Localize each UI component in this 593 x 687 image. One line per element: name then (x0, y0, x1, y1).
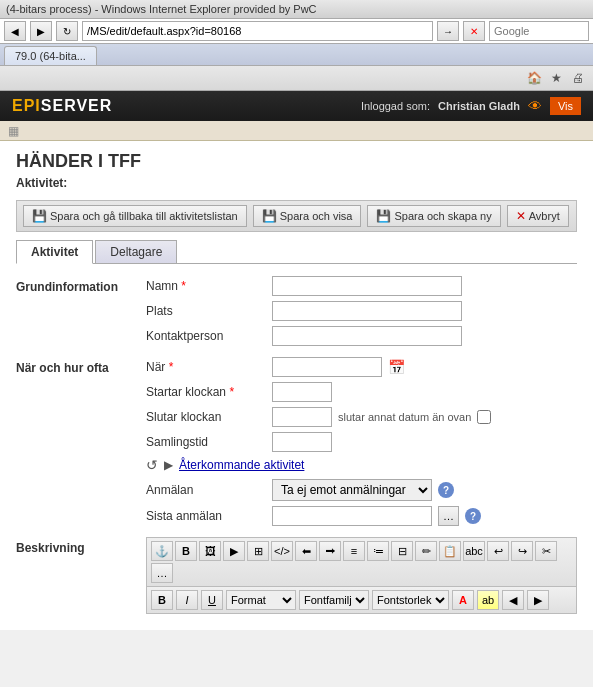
stop-button[interactable]: ✕ (463, 21, 485, 41)
save-back-icon: 💾 (32, 209, 47, 223)
ed-btn-cut[interactable]: ✂ (535, 541, 557, 561)
underline-button[interactable]: U (201, 590, 223, 610)
fontfamilj-select[interactable]: Fontfamilj (299, 590, 369, 610)
ed-btn-redo[interactable]: ↪ (511, 541, 533, 561)
address-input[interactable] (82, 21, 433, 41)
ed-btn-indent-in[interactable]: ⮕ (319, 541, 341, 561)
sista-help-icon[interactable]: ? (465, 508, 481, 524)
home-icon[interactable]: 🏠 (525, 69, 543, 87)
kontaktperson-label: Kontaktperson (146, 329, 266, 343)
back-button[interactable]: ◀ (4, 21, 26, 41)
font-color-button[interactable]: A (452, 590, 474, 610)
browser-tab[interactable]: 79.0 (64-bita... (4, 46, 97, 65)
highlight-button[interactable]: ab (477, 590, 499, 610)
save-view-button[interactable]: 💾 Spara och visa (253, 205, 362, 227)
ed-btn-link[interactable]: ⚓ (151, 541, 173, 561)
format-select[interactable]: Format (226, 590, 296, 610)
nar-fields: När * 📅 Startar klockan * Slutar klockan… (146, 357, 577, 531)
startar-input[interactable] (272, 382, 332, 402)
ed-btn-undo[interactable]: ↩ (487, 541, 509, 561)
recurring-link[interactable]: Återkommande aktivitet (179, 458, 304, 472)
recurring-row: ↺ ▶ Återkommande aktivitet (146, 457, 577, 473)
kontaktperson-input[interactable] (272, 326, 462, 346)
field-row-nar: När * 📅 (146, 357, 577, 377)
more3-button[interactable]: ▶ (527, 590, 549, 610)
cancel-label: Avbryt (529, 210, 560, 222)
field-row-kontaktperson: Kontaktperson (146, 326, 577, 346)
more2-button[interactable]: ◀ (502, 590, 524, 610)
refresh-icon[interactable]: ↺ (146, 457, 158, 473)
tabs-bar: Aktivitet Deltagare (16, 240, 577, 264)
slutar-label: Slutar klockan (146, 410, 266, 424)
ed-btn-media[interactable]: ▶ (223, 541, 245, 561)
search-input[interactable] (489, 21, 589, 41)
save-back-label: Spara och gå tillbaka till aktivitetslis… (50, 210, 238, 222)
ed-btn-more[interactable]: … (151, 563, 173, 583)
ed-btn-bold2[interactable]: B (175, 541, 197, 561)
field-row-namn: Namn * (146, 276, 577, 296)
sista-label: Sista anmälan (146, 509, 266, 523)
ed-btn-align[interactable]: ≡ (343, 541, 365, 561)
section-label-nar: När och hur ofta (16, 357, 146, 375)
browser-toolbar2: 🏠 ★ 🖨 (0, 66, 593, 91)
star-icon[interactable]: ★ (547, 69, 565, 87)
ed-btn-img[interactable]: 🖼 (199, 541, 221, 561)
plats-label: Plats (146, 304, 266, 318)
print-icon[interactable]: 🖨 (569, 69, 587, 87)
ed-btn-table[interactable]: ⊞ (247, 541, 269, 561)
user-name: Christian Gladh (438, 100, 520, 112)
slutar-checkbox[interactable] (477, 410, 491, 424)
field-row-anmalan: Anmälan Ta ej emot anmälningar ? (146, 479, 577, 501)
field-row-slutar: Slutar klockan slutar annat datum än ova… (146, 407, 577, 427)
refresh-button[interactable]: ↻ (56, 21, 78, 41)
ed-btn-list2[interactable]: ⊟ (391, 541, 413, 561)
cancel-button[interactable]: ✕ Avbryt (507, 205, 569, 227)
anmalan-select[interactable]: Ta ej emot anmälningar (272, 479, 432, 501)
tab-aktivitet[interactable]: Aktivitet (16, 240, 93, 264)
ed-btn-code[interactable]: </> (271, 541, 293, 561)
page-subtitle: Aktivitet: (16, 176, 577, 190)
bold-button[interactable]: B (151, 590, 173, 610)
forward-button[interactable]: ▶ (30, 21, 52, 41)
fontstorlek-select[interactable]: Fontstorlek (372, 590, 449, 610)
action-toolbar: 💾 Spara och gå tillbaka till aktivitetsl… (16, 200, 577, 232)
samlingstid-input[interactable] (272, 432, 332, 452)
save-new-label: Spara och skapa ny (394, 210, 491, 222)
page-title: HÄNDER I TFF (16, 151, 577, 172)
go-button[interactable]: → (437, 21, 459, 41)
section-label-beskrivning: Beskrivning (16, 537, 146, 555)
tab-deltagare[interactable]: Deltagare (95, 240, 177, 263)
ed-btn-paste[interactable]: 📋 (439, 541, 461, 561)
field-row-samlingstid: Samlingstid (146, 432, 577, 452)
sista-browse-button[interactable]: … (438, 506, 459, 526)
tab-bar: 79.0 (64-bita... (0, 44, 593, 66)
plats-input[interactable] (272, 301, 462, 321)
arrow-icon: ▶ (164, 458, 173, 472)
namn-input[interactable] (272, 276, 462, 296)
view-button[interactable]: Vis (550, 97, 581, 115)
ed-btn-spell[interactable]: abc (463, 541, 485, 561)
anmalan-help-icon[interactable]: ? (438, 482, 454, 498)
ed-btn-edit[interactable]: ✏ (415, 541, 437, 561)
sista-input[interactable] (272, 506, 432, 526)
ed-btn-list1[interactable]: ≔ (367, 541, 389, 561)
italic-button[interactable]: I (176, 590, 198, 610)
grid-icon: ▦ (8, 124, 19, 138)
cancel-icon: ✕ (516, 209, 526, 223)
startar-required: * (229, 385, 234, 399)
ed-btn-indent-out[interactable]: ⬅ (295, 541, 317, 561)
save-back-button[interactable]: 💾 Spara och gå tillbaka till aktivitetsl… (23, 205, 247, 227)
nar-label: När * (146, 360, 266, 374)
content-area: HÄNDER I TFF Aktivitet: 💾 Spara och gå t… (0, 141, 593, 630)
slutar-input[interactable] (272, 407, 332, 427)
section-nar-och-hur-ofta: När och hur ofta När * 📅 Startar klockan… (16, 357, 577, 531)
calendar-icon[interactable]: 📅 (388, 359, 405, 375)
save-new-button[interactable]: 💾 Spara och skapa ny (367, 205, 500, 227)
section-grundinformation: Grundinformation Namn * Plats Kontaktper… (16, 276, 577, 351)
eye-icon: 👁 (528, 98, 542, 114)
episerver-logo: EPiSERVER (12, 97, 112, 115)
beskrivning-fields: ⚓ B 🖼 ▶ ⊞ </> ⬅ ⮕ ≡ ≔ ⊟ ✏ 📋 abc ↩ ↪ ✂ … (146, 537, 577, 614)
editor-toolbar2: B I U Format Fontfamilj Fontstorlek A ab… (146, 586, 577, 614)
samlingstid-label: Samlingstid (146, 435, 266, 449)
nar-input[interactable] (272, 357, 382, 377)
